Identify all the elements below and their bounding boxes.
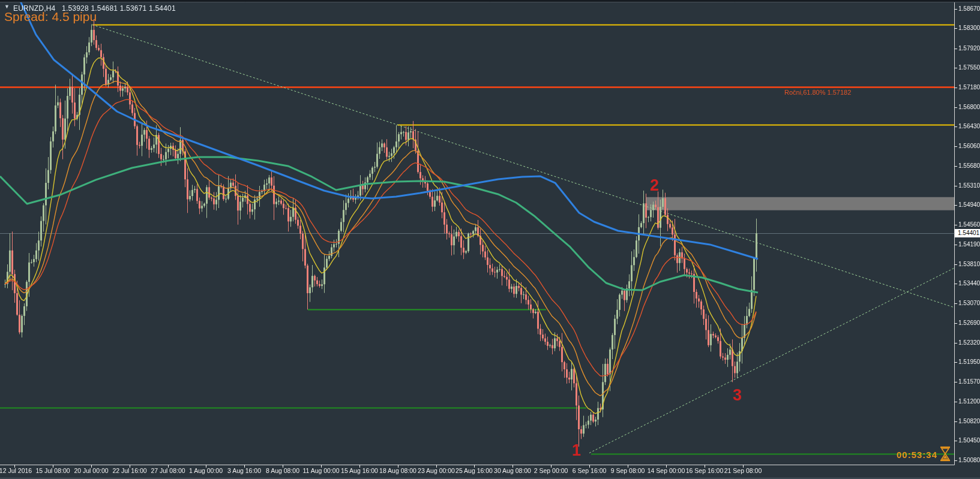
time-axis-label: 9 Sep 08:00 [611,467,645,474]
price-axis-label: 1.53070 [958,300,980,306]
time-axis-label: 22 Jul 16:00 [112,467,146,474]
price-axis-label: 1.50450 [958,437,980,444]
price-axis-label: 1.52320 [958,339,980,346]
price-axis-label: 1.54940 [958,201,980,208]
time-axis-label: 15 Jul 08:00 [35,467,70,474]
time-axis-label: 12 Jul 2016 [0,467,32,474]
price-axis-label: 1.58300 [958,25,980,31]
price-axis-label: 1.58670 [958,5,980,12]
mt4-chart-window: ▼ EURNZD,H4 1.53928 1.54681 1.53671 1.54… [0,0,980,479]
time-axis-label: 30 Aug 08:00 [494,467,531,474]
candle-countdown-timer: 00:53:34 [888,450,937,460]
price-axis-label: 1.56060 [958,143,980,149]
price-axis-label: 1.54190 [958,241,980,248]
chart-dropdown-icon[interactable]: ▼ [4,4,10,10]
price-axis-label: 1.51200 [958,398,980,405]
price-axis-label: 1.56430 [958,123,980,129]
time-axis-label: 6 Sep 16:00 [573,467,607,474]
price-axis-label: 1.56800 [958,104,980,110]
time-axis-label: 18 Aug 08:00 [379,467,416,474]
price-axis-label: 1.50820 [958,418,980,424]
price-chart-canvas[interactable] [0,0,980,479]
time-axis-label: 25 Aug 16:00 [455,467,493,474]
price-axis-label: 1.57550 [958,64,980,71]
spread-indicator-label: Spread: 4.5 pipu [4,10,97,24]
price-axis-label: 1.57180 [958,84,980,91]
price-axis-label: 1.53810 [958,261,980,267]
time-axis-label: 14 Sep 00:00 [648,467,685,474]
price-axis-label: 1.55680 [958,162,980,169]
time-axis-label: 11 Aug 00:00 [302,467,339,474]
current-price-label: 1.54401 [955,229,980,237]
price-axis-label: 1.53440 [958,280,980,287]
time-axis-label: 27 Jul 08:00 [151,467,185,474]
time-axis-label: 3 Aug 16:00 [227,467,261,474]
time-axis-label: 1 Aug 00:00 [189,467,223,474]
fib-retracement-label: Ročni,61.80% 1.57182 [784,89,851,96]
wave-label-1: 1 [572,442,581,459]
price-axis-label: 1.54560 [958,221,980,228]
time-axis-label: 8 Aug 08:00 [266,467,299,474]
time-axis-label: 16 Sep 16:00 [686,467,723,474]
time-axis-label: 20 Jul 00:00 [74,467,108,474]
time-axis-label: 21 Sep 08:00 [724,467,762,474]
hourglass-icon [939,445,951,465]
price-axis-label: 1.50080 [958,457,980,463]
price-axis-label: 1.55310 [958,182,980,189]
price-axis-label: 1.57920 [958,45,980,52]
wave-label-3: 3 [733,387,742,403]
price-axis-label: 1.52690 [958,320,980,326]
wave-label-2: 2 [650,177,659,194]
time-axis-label: 2 Sep 00:00 [534,467,568,474]
price-axis-label: 1.51570 [958,378,980,385]
price-axis-label: 1.51950 [958,359,980,365]
time-axis-label: 23 Aug 00:00 [418,467,455,474]
time-axis-label: 15 Aug 16:00 [341,467,378,474]
